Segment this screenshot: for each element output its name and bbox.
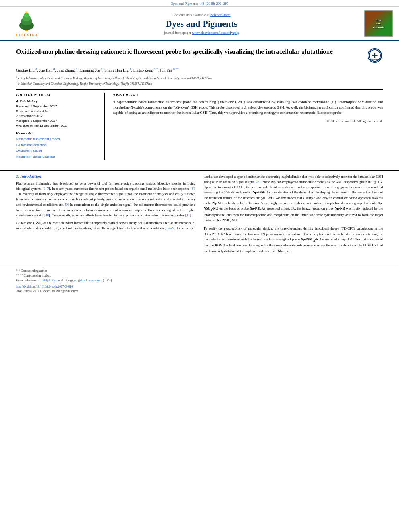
footnote-2: ** ** Corresponding author. (16, 273, 383, 278)
journal-thumbnail: dyesandpigments (364, 10, 393, 37)
keyword-3: Oxidation-induced (16, 148, 99, 154)
body-col-right: works, we developed a type of sulfonamid… (204, 174, 383, 256)
article-info-heading: ARTICLE INFO (16, 93, 99, 97)
crossmark-svg: CrossMark (368, 49, 381, 62)
accepted-date: Accepted 8 September 2017 (16, 119, 99, 123)
affiliations: a a Key Laboratory of Pesticide and Chem… (16, 75, 383, 85)
journal-thumb-section: dyesandpigments (356, 10, 393, 37)
footer: * * Corresponding author. ** ** Correspo… (0, 266, 399, 295)
copyright-notice: © 2017 Elsevier Ltd. All rights reserved… (113, 119, 383, 123)
affiliation-a: a a Key Laboratory of Pesticide and Chem… (16, 75, 383, 80)
right-para-2: To verify the reasonability of molecular… (204, 226, 383, 253)
elsevier-text: ELSEVIER (16, 33, 37, 37)
journal-title-section: Contents lists available at ScienceDirec… (47, 13, 356, 35)
keywords-section: Keywords: Ratiometric fluorescent probes… (16, 131, 99, 160)
article-info-column: ARTICLE INFO Article history: Received 1… (16, 93, 105, 160)
footnote-1: * * Corresponding author. (16, 269, 383, 273)
revised-date: 7 September 2017 (16, 114, 99, 119)
journal-title: Dyes and Pigments (47, 18, 356, 29)
elsevier-tree-icon (14, 10, 39, 32)
sciencedirect-link[interactable]: ScienceDirect (210, 13, 230, 17)
crossmark-section: CrossMark (367, 47, 383, 64)
abstract-column: ABSTRACT A naphthalimide-based ratiometr… (113, 93, 383, 160)
intro-para-1: Fluorescence bioimaging has developed to… (16, 181, 195, 218)
keyword-2: Glutathione detection (16, 142, 99, 148)
article-history: Article history: Received 1 September 20… (16, 99, 99, 128)
article-info-abstract: ARTICLE INFO Article history: Received 1… (16, 89, 383, 160)
keyword-1: Ratiometric fluorescent probes (16, 136, 99, 142)
section1-body: Fluorescence bioimaging has developed to… (16, 181, 195, 231)
journal-citation-bar: Dyes and Pigments 148 (2018) 292–297 (0, 0, 399, 7)
journal-header: ELSEVIER Contents lists available at Sci… (0, 7, 399, 41)
abstract-text: A naphthalimide-based ratiometric fluore… (113, 99, 383, 116)
journal-citation: Dyes and Pigments 148 (2018) 292–297 (170, 2, 228, 6)
journal-homepage-line: journal homepage: www.elsevier.com/locat… (47, 31, 356, 35)
history-heading: Article history: (16, 99, 99, 103)
homepage-link[interactable]: www.elsevier.com/locate/dyepig (192, 31, 239, 35)
received-date: Received 1 September 2017 (16, 104, 99, 109)
keyword-4: Naphthalimide sulfonamide (16, 154, 99, 160)
elsevier-logo: ELSEVIER (14, 10, 39, 37)
affiliation-b: b b School of Chemistry and Chemical Eng… (16, 81, 383, 86)
doi-line[interactable]: http://dx.doi.org/10.1016/j.dyepig.2017.… (16, 285, 383, 288)
body-content: 1. Introduction Fluorescence bioimaging … (0, 170, 399, 263)
revised-heading: Received in revised form (16, 109, 99, 114)
footnotes: * * Corresponding author. ** ** Correspo… (16, 269, 383, 283)
article-content: Oxidized-morpholine dressing ratiometric… (0, 41, 399, 166)
available-online: Available online 13 September 2017 (16, 123, 99, 128)
body-col-left: 1. Introduction Fluorescence bioimaging … (16, 174, 195, 256)
issn-line: 0143-7208/© 2017 Elsevier Ltd. All right… (16, 289, 383, 293)
body-two-col: 1. Introduction Fluorescence bioimaging … (16, 174, 383, 256)
page: Dyes and Pigments 148 (2018) 292–297 ELS… (0, 0, 399, 532)
crossmark-icon: CrossMark (368, 48, 382, 63)
right-para-1: works, we developed a type of sulfonamid… (204, 174, 383, 224)
article-title: Oxidized-morpholine dressing ratiometric… (16, 47, 367, 56)
svg-point-6 (25, 11, 28, 13)
email-line: E-mail addresses: zlt1981@126.com (L. Ze… (16, 278, 383, 283)
elsevier-logo-section: ELSEVIER (6, 10, 47, 37)
section1-right-body: works, we developed a type of sulfonamid… (204, 174, 383, 254)
svg-text:CrossMark: CrossMark (370, 59, 380, 61)
intro-para-2: Glutathione (GSH) as the most abundant i… (16, 220, 195, 231)
article-title-section: Oxidized-morpholine dressing ratiometric… (16, 47, 383, 64)
sciencedirect-line: Contents lists available at ScienceDirec… (47, 13, 356, 17)
authors: Guotao Liu a, Xie Han a, Jing Zhang a, Z… (16, 67, 383, 74)
section1-title: 1. Introduction (16, 174, 195, 179)
keywords-heading: Keywords: (16, 131, 99, 135)
journal-thumb-label: dyesandpigments (373, 18, 384, 29)
abstract-heading: ABSTRACT (113, 93, 383, 97)
